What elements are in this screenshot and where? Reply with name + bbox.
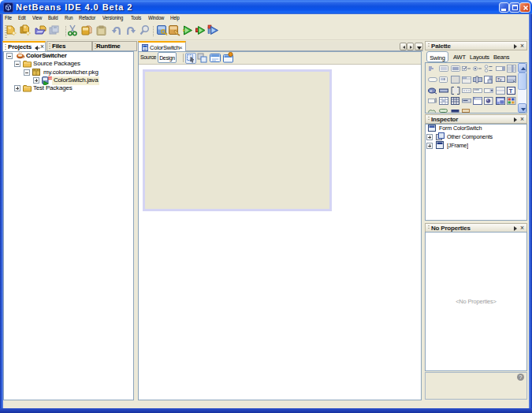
- svg-text:Tx: Tx: [497, 77, 501, 82]
- svg-text:***: ***: [474, 88, 479, 93]
- svg-text:T: T: [508, 87, 512, 95]
- svg-text:e: e: [430, 88, 432, 93]
